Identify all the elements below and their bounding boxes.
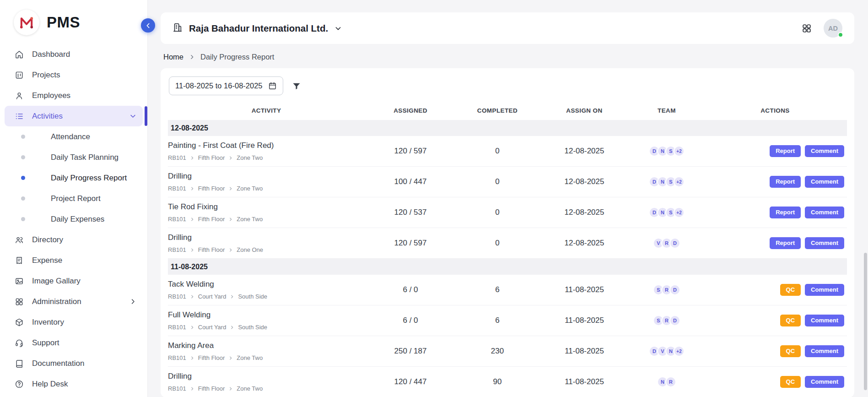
team-avatar[interactable]: D — [669, 284, 680, 295]
sidebar-item-employees[interactable]: Employees — [5, 85, 143, 106]
apps-grid-icon[interactable] — [802, 23, 812, 33]
path-segment: Court Yard — [198, 293, 226, 300]
funnel-icon[interactable] — [292, 82, 301, 91]
row-actions: ReportComment — [703, 145, 847, 157]
sidebar-item-dashboard[interactable]: Dashboard — [5, 44, 143, 65]
path-segment: South Side — [238, 324, 267, 331]
activities-icon — [15, 112, 24, 121]
sidebar-item-activities[interactable]: Activities — [5, 106, 143, 126]
column-header-assign-on: ASSIGN ON — [539, 107, 630, 114]
assign-on-date: 12-08-2025 — [539, 208, 630, 217]
activity-path: RB101Court YardSouth Side — [168, 293, 361, 300]
path-segment: RB101 — [168, 216, 186, 223]
report-button[interactable]: Report — [770, 207, 801, 218]
completed-value: 0 — [456, 208, 539, 217]
assign-on-date: 11-08-2025 — [539, 347, 630, 356]
activity-path: RB101Fifth FloorZone Two — [168, 185, 361, 192]
team-avatar[interactable]: D — [669, 238, 680, 249]
building-icon — [173, 22, 183, 34]
activity-title: Tie Rod Fixing — [168, 202, 361, 212]
date-range-value: 11-08-2025 to 16-08-2025 — [175, 82, 263, 90]
chevron-right-icon — [230, 325, 234, 330]
path-segment: Fifth Floor — [198, 154, 225, 161]
sidebar-item-directory[interactable]: Directory — [5, 229, 143, 250]
sidebar-item-inventory[interactable]: Inventory — [5, 312, 143, 332]
assigned-value: 120 / 537 — [365, 208, 456, 217]
report-button[interactable]: Report — [770, 237, 801, 249]
table-row: Tack Welding RB101Court YardSouth Side 6… — [168, 275, 847, 305]
main-area: Raja Bahadur International Ltd. AD — [148, 0, 868, 397]
chevron-right-icon — [190, 248, 194, 252]
team-avatars: NR — [630, 376, 703, 387]
completed-value: 6 — [456, 316, 539, 325]
team-extra-count[interactable]: +2 — [674, 207, 685, 218]
activity-cell: Painting - First Coat (Fire Red) RB101Fi… — [168, 141, 365, 161]
page-scrollbar[interactable] — [863, 0, 868, 397]
comment-button[interactable]: Comment — [805, 284, 844, 296]
qc-button[interactable]: QC — [780, 345, 801, 357]
sidebar-subitem-daily-task-planning[interactable]: Daily Task Planning — [5, 147, 143, 168]
sidebar-item-expense[interactable]: Expense — [5, 250, 143, 271]
content-card: 11-08-2025 to 16-08-2025 ACTIVITY ASSIGN… — [161, 68, 854, 397]
activity-title: Drilling — [168, 172, 361, 181]
path-segment: South Side — [238, 293, 267, 300]
company-selector[interactable]: Raja Bahadur International Ltd. — [173, 22, 342, 34]
administration-icon — [15, 297, 24, 306]
comment-button[interactable]: Comment — [805, 237, 844, 249]
sidebar-item-projects[interactable]: Projects — [5, 65, 143, 85]
sidebar-item-help-desk[interactable]: Help Desk — [5, 374, 143, 394]
sidebar-subitem-project-report[interactable]: Project Report — [5, 188, 143, 209]
sidebar-item-support[interactable]: Support — [5, 332, 143, 353]
sidebar-subitem-label: Project Report — [51, 194, 101, 203]
sidebar-item-image-gallary[interactable]: Image Gallary — [5, 271, 143, 291]
report-button[interactable]: Report — [770, 145, 801, 157]
qc-button[interactable]: QC — [780, 376, 801, 388]
completed-value: 90 — [456, 377, 539, 386]
report-button[interactable]: Report — [770, 176, 801, 188]
sidebar-collapse-button[interactable] — [141, 18, 155, 33]
date-group-row: 12-08-2025 — [168, 120, 847, 136]
team-avatar[interactable]: D — [669, 315, 680, 326]
path-segment: Zone Two — [237, 185, 263, 192]
assign-on-date: 11-08-2025 — [539, 285, 630, 294]
path-segment: RB101 — [168, 246, 186, 253]
comment-button[interactable]: Comment — [805, 145, 844, 157]
sidebar-subitem-daily-expenses[interactable]: Daily Expenses — [5, 209, 143, 229]
team-extra-count[interactable]: +2 — [674, 346, 685, 357]
projects-icon — [15, 71, 24, 80]
breadcrumb-home[interactable]: Home — [163, 53, 183, 61]
activity-title: Tack Welding — [168, 280, 361, 289]
scrollbar-thumb[interactable] — [864, 253, 867, 390]
qc-button[interactable]: QC — [780, 284, 801, 296]
date-range-input[interactable]: 11-08-2025 to 16-08-2025 — [169, 76, 283, 95]
breadcrumb-current: Daily Progress Report — [200, 53, 274, 61]
team-extra-count[interactable]: +2 — [674, 176, 685, 187]
logo-m-icon — [14, 10, 39, 35]
qc-button[interactable]: QC — [780, 315, 801, 326]
row-actions: ReportComment — [703, 176, 847, 188]
team-avatars: DNS+2 — [630, 207, 703, 218]
assign-on-date: 12-08-2025 — [539, 147, 630, 156]
sidebar-subitem-label: Daily Expenses — [51, 215, 104, 224]
comment-button[interactable]: Comment — [805, 315, 844, 326]
team-avatars: SRD — [630, 315, 703, 326]
comment-button[interactable]: Comment — [805, 176, 844, 188]
path-segment: RB101 — [168, 185, 186, 192]
comment-button[interactable]: Comment — [805, 207, 844, 218]
path-segment: Fifth Floor — [198, 246, 225, 253]
comment-button[interactable]: Comment — [805, 345, 844, 357]
activity-cell: Marking Area RB101Fifth FloorZone Two — [168, 341, 365, 361]
assign-on-date: 12-08-2025 — [539, 177, 630, 186]
sidebar-subitem-attendance[interactable]: Attendance — [5, 126, 143, 147]
activity-path: RB101Court YardSouth Side — [168, 324, 361, 331]
team-extra-count[interactable]: +2 — [674, 146, 685, 157]
sidebar-item-documentation[interactable]: Documentation — [5, 353, 143, 374]
team-avatar[interactable]: R — [665, 376, 676, 387]
user-avatar[interactable]: AD — [824, 19, 842, 38]
assign-on-date: 12-08-2025 — [539, 239, 630, 248]
chevron-right-icon — [228, 156, 233, 160]
column-header-actions: ACTIONS — [703, 107, 847, 114]
sidebar-subitem-daily-progress-report[interactable]: Daily Progress Report — [5, 168, 143, 188]
sidebar-item-administration[interactable]: Administration — [5, 291, 143, 312]
comment-button[interactable]: Comment — [805, 376, 844, 388]
